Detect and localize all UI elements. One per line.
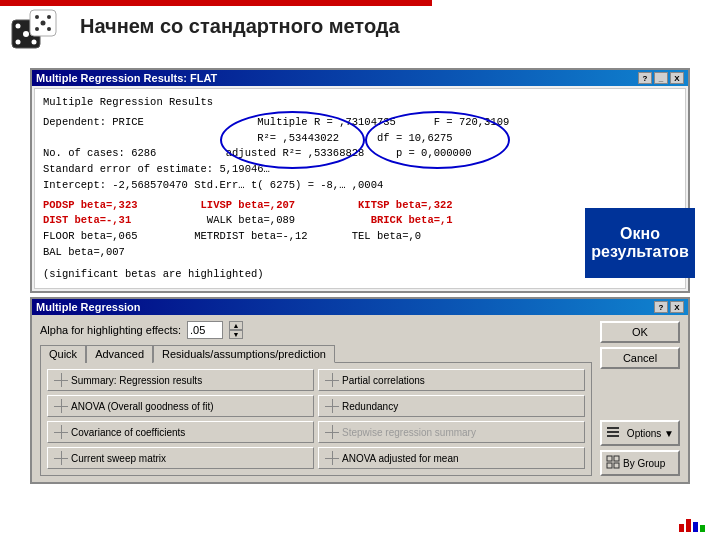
results-titlebar: Multiple Regression Results: FLAT ? _ X (32, 70, 688, 86)
results-tooltip: Окно результатов (585, 208, 695, 278)
buttons-grid: Summary: Regression results Partial corr… (47, 369, 585, 469)
tab-quick[interactable]: Quick (40, 345, 86, 363)
grid-icon-3 (54, 399, 68, 413)
results-line3: No. of cases: 6286 adjusted R²= ,5336882… (43, 146, 677, 162)
dice-icon (10, 5, 65, 60)
dialog-wrapper: Multiple Regression Results: FLAT ? _ X … (30, 68, 690, 484)
results-line1: Dependent: PRICE Multiple R = ,73104735 … (43, 115, 677, 131)
summary-regression-button[interactable]: Summary: Regression results (47, 369, 314, 391)
minimize-button[interactable]: _ (654, 72, 668, 84)
svg-rect-14 (607, 435, 619, 437)
covariance-button[interactable]: Covariance of coefficients (47, 421, 314, 443)
dialog-titlebar: Multiple Regression ? X (32, 299, 688, 315)
by-group-icon (606, 455, 620, 471)
logo-bar-2 (686, 519, 691, 532)
alpha-row: Alpha for highlighting effects: ▲ ▼ (40, 321, 592, 339)
svg-rect-16 (614, 456, 619, 461)
grid-icon-5 (54, 425, 68, 439)
main-dialog: Multiple Regression ? X Alpha for highli… (30, 297, 690, 484)
grid-icon-7 (54, 451, 68, 465)
grid-icon-6 (325, 425, 339, 439)
stepwise-button[interactable]: Stepwise regression summary (318, 421, 585, 443)
svg-rect-17 (607, 463, 612, 468)
logo-bar-3 (693, 522, 698, 532)
titlebar-buttons: ? _ X (638, 72, 684, 84)
header-bar (0, 0, 720, 6)
svg-point-2 (16, 24, 21, 29)
dialog-titlebar-buttons: ? X (654, 301, 684, 313)
svg-rect-12 (607, 427, 619, 429)
dialog-title: Multiple Regression (36, 301, 141, 313)
dialog-help-button[interactable]: ? (654, 301, 668, 313)
dialog-left: Alpha for highlighting effects: ▲ ▼ Quic… (40, 321, 592, 476)
dialog-body: Alpha for highlighting effects: ▲ ▼ Quic… (32, 315, 688, 482)
anova-goodness-button[interactable]: ANOVA (Overall goodness of fit) (47, 395, 314, 417)
options-icon (606, 425, 620, 441)
results-line2: R²= ,53443022 df = 10,6275 (43, 131, 677, 147)
tabs-row: Quick Advanced Residuals/assumptions/pre… (40, 345, 592, 363)
cancel-button[interactable]: Cancel (600, 347, 680, 369)
betas-row3: FLOOR beta=,065 METRDIST beta=-,12 TEL b… (43, 229, 677, 245)
bottom-logo (679, 519, 705, 532)
logo-chart (679, 519, 705, 532)
spin-up[interactable]: ▲ (229, 321, 243, 330)
svg-rect-15 (607, 456, 612, 461)
ok-button[interactable]: OK (600, 321, 680, 343)
svg-point-3 (32, 40, 37, 45)
redundancy-button[interactable]: Redundancy (318, 395, 585, 417)
partial-correlations-button[interactable]: Partial correlations (318, 369, 585, 391)
alpha-label: Alpha for highlighting effects: (40, 324, 181, 336)
svg-point-10 (35, 27, 39, 31)
results-text: Multiple Regression Results Dependent: P… (43, 95, 677, 282)
tab-advanced[interactable]: Advanced (86, 345, 153, 363)
spin-down[interactable]: ▼ (229, 330, 243, 339)
tab-residuals[interactable]: Residuals/assumptions/prediction (153, 345, 335, 363)
alpha-spinner: ▲ ▼ (229, 321, 243, 339)
betas-row1: PODSP beta=,323 LIVSP beta=,207 KITSP be… (43, 198, 677, 214)
svg-point-11 (47, 15, 51, 19)
results-header: Multiple Regression Results (43, 95, 677, 111)
results-line5: Intercept: -2,568570470 Std.Err… t( 6275… (43, 178, 677, 194)
svg-point-1 (23, 31, 29, 37)
betas-row2: DIST beta=-,31 WALK beta=,089 BRICK beta… (43, 213, 677, 229)
betas-row4: BAL beta=,007 (43, 245, 677, 261)
dialog-close-button[interactable]: X (670, 301, 684, 313)
dialog-right: OK Cancel Options ▼ (600, 321, 680, 476)
grid-icon-2 (325, 373, 339, 387)
current-sweep-button[interactable]: Current sweep matrix (47, 447, 314, 469)
options-button[interactable]: Options ▼ (600, 420, 680, 446)
results-content: Multiple Regression Results Dependent: P… (34, 88, 686, 289)
svg-rect-18 (614, 463, 619, 468)
grid-icon-4 (325, 399, 339, 413)
results-footer: (significant betas are highlighted) (43, 267, 677, 283)
alpha-input[interactable] (187, 321, 223, 339)
results-title: Multiple Regression Results: FLAT (36, 72, 217, 84)
by-group-button[interactable]: By Group (600, 450, 680, 476)
svg-rect-13 (607, 431, 619, 433)
logo-bar-1 (679, 524, 684, 532)
close-button[interactable]: X (670, 72, 684, 84)
grid-icon-8 (325, 451, 339, 465)
svg-point-8 (35, 15, 39, 19)
grid-icon-1 (54, 373, 68, 387)
svg-point-9 (47, 27, 51, 31)
svg-point-7 (41, 21, 46, 26)
help-button[interactable]: ? (638, 72, 652, 84)
page-title: Начнем со стандартного метода (80, 15, 400, 38)
results-line4: Standard error of estimate: 5,19046… (43, 162, 677, 178)
tab-content: Summary: Regression results Partial corr… (40, 362, 592, 476)
results-window: Multiple Regression Results: FLAT ? _ X … (30, 68, 690, 293)
anova-adjusted-button[interactable]: ANOVA adjusted for mean (318, 447, 585, 469)
logo-bar-4 (700, 525, 705, 532)
svg-point-4 (16, 40, 21, 45)
